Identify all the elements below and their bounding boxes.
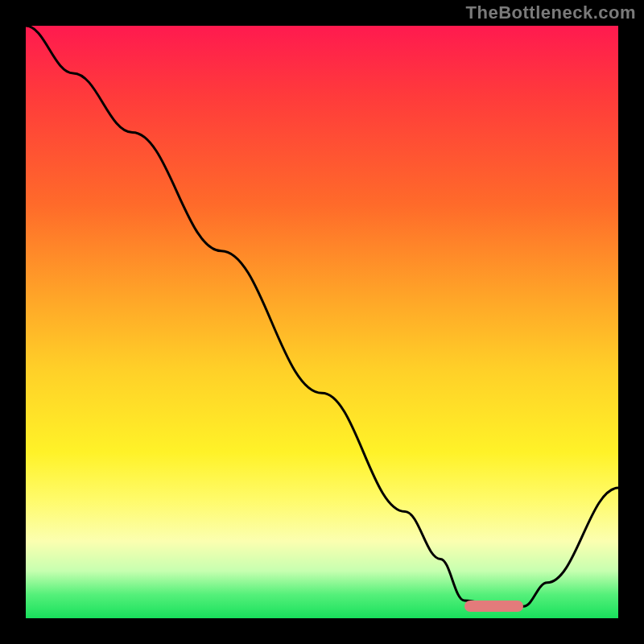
- curve-layer: [26, 26, 618, 618]
- watermark-text: TheBottleneck.com: [466, 2, 636, 23]
- bottleneck-curve-path: [26, 26, 618, 606]
- optimal-range-marker: [464, 601, 524, 612]
- plot-area: [26, 26, 618, 618]
- chart-frame: TheBottleneck.com: [0, 0, 644, 644]
